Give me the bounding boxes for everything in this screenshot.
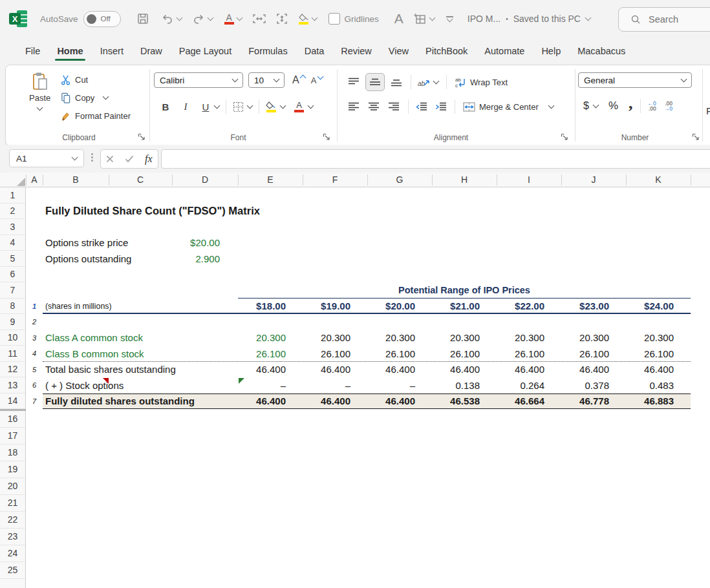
wrap-text-button[interactable]: abc Wrap Text (455, 74, 508, 90)
column-header-A[interactable]: A (26, 173, 43, 187)
value-cell[interactable]: 46.400 (497, 362, 561, 378)
gridlines-checkbox[interactable] (328, 13, 340, 25)
row-header-7[interactable]: 7 (0, 282, 25, 299)
value-cell[interactable]: 20.300 (432, 330, 497, 346)
fill-color-qat-dropdown-icon[interactable] (311, 14, 317, 21)
value-cell[interactable]: 46.538 (432, 394, 497, 410)
value-cell[interactable]: 26.100 (626, 346, 691, 362)
row-header-20[interactable]: 20 (0, 478, 25, 495)
tab-page-layout[interactable]: Page Layout (171, 38, 240, 64)
align-right-button[interactable] (385, 99, 402, 114)
row-label[interactable]: ( + ) Stock options (43, 377, 230, 394)
row-header-23[interactable]: 23 (0, 529, 25, 545)
tab-review[interactable]: Review (332, 38, 380, 64)
align-bottom-button[interactable] (388, 74, 405, 90)
line-index[interactable]: 7 (26, 394, 43, 410)
font-color-qat-dropdown-icon[interactable] (236, 14, 242, 21)
row-header-5[interactable]: 5 (0, 251, 25, 267)
value-cell[interactable]: 46.400 (238, 394, 303, 410)
name-box[interactable]: A1 (9, 149, 84, 167)
value-cell[interactable]: 46.400 (432, 362, 497, 378)
value-cell[interactable]: 26.100 (303, 346, 367, 362)
tab-draw[interactable]: Draw (132, 38, 171, 64)
row-header-9[interactable]: 9 (0, 314, 25, 330)
value-cell[interactable]: 46.400 (367, 362, 432, 378)
cut-button[interactable]: Cut (60, 72, 131, 87)
price-header[interactable]: $18.00 (238, 299, 303, 315)
value-cell[interactable]: 46.400 (303, 394, 367, 410)
line-index[interactable]: 6 (26, 377, 43, 394)
insert-function-button[interactable]: fx (145, 153, 153, 165)
hidden-row-15-marker[interactable] (0, 409, 26, 411)
decrease-indent-button[interactable] (414, 102, 427, 112)
value-cell[interactable]: 46.778 (561, 394, 626, 410)
column-header-H[interactable]: H (432, 173, 497, 187)
value-cell[interactable]: 46.883 (626, 394, 691, 410)
search-input[interactable] (647, 14, 708, 25)
matrix-banner[interactable]: Potential Range of IPO Prices (238, 282, 691, 299)
borders-button[interactable] (233, 101, 244, 112)
assumption-value[interactable]: $20.00 (172, 235, 238, 251)
tab-home[interactable]: Home (48, 38, 91, 64)
underline-dropdown-icon[interactable] (214, 102, 221, 109)
sheet-title[interactable]: Fully Diluted Share Count ("FDSO") Matri… (43, 204, 379, 220)
fit-width-icon[interactable] (252, 13, 266, 25)
fill-color-qat-icon[interactable] (299, 14, 309, 25)
grow-font-button[interactable]: A (292, 74, 299, 86)
value-cell[interactable]: 20.300 (497, 330, 561, 346)
value-cell[interactable]: 46.400 (367, 394, 432, 410)
row-header-14[interactable]: 14 (0, 394, 25, 410)
fit-height-icon[interactable] (275, 13, 288, 25)
formula-bar-resize-handle[interactable] (91, 153, 93, 162)
tab-formulas[interactable]: Formulas (240, 38, 296, 64)
value-cell[interactable]: 26.100 (561, 346, 626, 362)
undo-dropdown-icon[interactable] (176, 14, 182, 21)
row-header-16[interactable]: 16 (0, 411, 25, 428)
row-header-24[interactable]: 24 (0, 545, 25, 562)
accounting-format-button[interactable]: $ (583, 100, 589, 112)
line-index[interactable]: 1 (26, 299, 43, 315)
value-cell[interactable]: 0.138 (432, 377, 497, 394)
value-cell[interactable]: 0.264 (497, 377, 561, 394)
row-header-19[interactable]: 19 (0, 461, 25, 478)
number-format-combo[interactable]: General (578, 72, 692, 88)
cancel-icon[interactable] (106, 155, 114, 163)
undo-icon[interactable] (161, 12, 174, 25)
column-header-E[interactable]: E (238, 173, 303, 187)
italic-button[interactable]: I (178, 99, 193, 114)
tab-insert[interactable]: Insert (92, 38, 132, 64)
align-middle-button[interactable] (365, 73, 385, 91)
increase-indent-button[interactable] (434, 102, 447, 112)
tab-pitchbook[interactable]: PitchBook (417, 38, 476, 64)
row-header-25[interactable]: 25 (0, 562, 25, 579)
row-header-18[interactable]: 18 (0, 445, 25, 461)
column-header-K[interactable]: K (626, 173, 691, 187)
value-cell[interactable]: 26.100 (367, 346, 432, 362)
orientation-dropdown-icon[interactable] (433, 78, 440, 84)
bold-button[interactable]: B (158, 99, 173, 114)
excel-logo-icon[interactable]: X (9, 9, 28, 28)
font-color-button[interactable]: A (294, 101, 304, 112)
align-left-button[interactable] (345, 99, 362, 114)
tab-macabacus[interactable]: Macabacus (569, 38, 634, 64)
units-note[interactable]: (shares in millions) (43, 299, 204, 315)
value-cell[interactable]: 26.100 (497, 346, 561, 362)
price-header[interactable]: $20.00 (367, 299, 432, 315)
value-cell[interactable]: 20.300 (238, 330, 303, 346)
saved-status-dropdown-icon[interactable] (585, 14, 592, 21)
value-cell[interactable]: 46.400 (626, 362, 691, 378)
select-all-corner[interactable] (17, 178, 25, 186)
enter-icon[interactable] (125, 155, 134, 163)
orientation-button[interactable]: ab (417, 76, 430, 88)
tab-data[interactable]: Data (296, 38, 333, 64)
clipboard-dialog-launcher-icon[interactable] (138, 133, 145, 141)
row-label[interactable]: Total basic shares outstanding (43, 362, 230, 378)
align-center-button[interactable] (365, 99, 382, 114)
redo-icon[interactable] (192, 12, 205, 25)
price-header[interactable]: $24.00 (626, 299, 691, 315)
paste-button[interactable]: Paste (29, 72, 50, 110)
price-header[interactable]: $19.00 (303, 299, 367, 315)
line-index[interactable]: 2 (26, 314, 43, 330)
value-cell[interactable]: – (303, 377, 367, 394)
tab-automate[interactable]: Automate (476, 38, 533, 64)
